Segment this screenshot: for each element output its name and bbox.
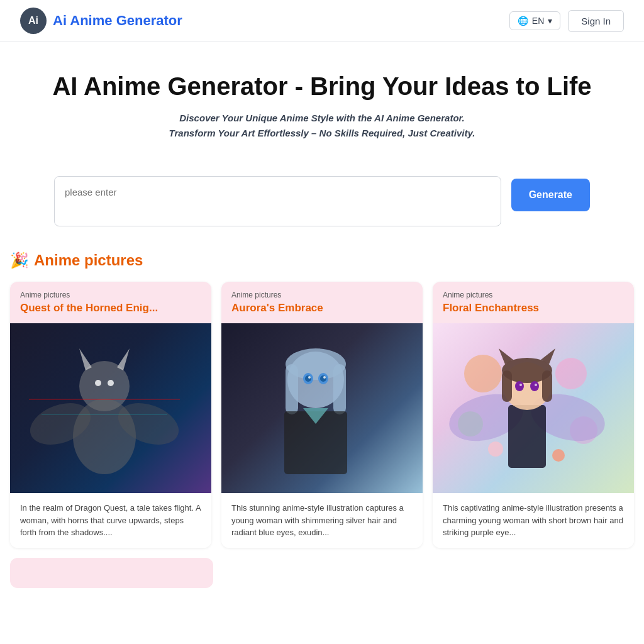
svg-rect-12 [286, 364, 298, 414]
card-3-illustration [433, 323, 621, 493]
card-3-description: This captivating anime-style illustratio… [433, 493, 634, 548]
card-1-header: Anime pictures Quest of the Horned Enig.… [10, 282, 211, 323]
hero-tagline-2: Transform Your Art Effortlessly – No Ski… [169, 128, 475, 138]
card-3-image [433, 323, 634, 493]
lang-label: EN [532, 16, 544, 26]
svg-point-35 [515, 381, 524, 391]
svg-point-38 [535, 384, 537, 386]
card-2-category: Anime pictures [231, 291, 413, 299]
card-1-image [10, 323, 211, 493]
svg-point-36 [530, 381, 539, 391]
card-1-description: In the realm of Dragon Quest, a tale tak… [10, 493, 211, 548]
chevron-down-icon: ▾ [548, 16, 552, 26]
svg-point-23 [555, 358, 587, 389]
header-title: Ai Anime Generator [53, 13, 182, 29]
card-1-illustration [10, 323, 199, 493]
svg-point-17 [320, 375, 326, 382]
svg-point-40 [552, 449, 565, 462]
card-2-description: This stunning anime-style illustration c… [221, 493, 423, 548]
card-1-title: Quest of the Horned Enig... [20, 302, 201, 314]
svg-point-37 [519, 384, 522, 386]
card-3-title: Floral Enchantress [443, 302, 624, 314]
card-2-header: Anime pictures Aurora's Embrace [221, 282, 423, 323]
card-2-image [221, 323, 423, 493]
hero-section: AI Anime Generator - Bring Your Ideas to… [0, 42, 644, 161]
svg-rect-13 [333, 364, 346, 414]
svg-point-7 [108, 380, 114, 386]
gallery-grid: Anime pictures Quest of the Horned Enig.… [10, 282, 634, 548]
card-1-category: Anime pictures [20, 291, 201, 299]
language-selector[interactable]: 🌐 EN ▾ [509, 11, 560, 30]
header: Ai Ai Anime Generator 🌐 EN ▾ Sign In [0, 0, 644, 42]
svg-point-6 [95, 380, 101, 386]
section-title-text: Anime pictures [34, 252, 143, 269]
hero-tagline-1: Discover Your Unique Anime Style with th… [179, 113, 464, 123]
anime-pictures-section: 🎉 Anime pictures Anime pictures Quest of… [0, 252, 644, 603]
svg-rect-28 [508, 405, 546, 468]
prompt-area: Generate [39, 176, 605, 226]
hero-heading: AI Anime Generator - Bring Your Ideas to… [15, 72, 629, 101]
generate-button[interactable]: Generate [511, 179, 590, 211]
svg-rect-31 [502, 370, 512, 402]
svg-rect-32 [542, 370, 552, 402]
header-logo-area: Ai Ai Anime Generator [20, 8, 182, 34]
svg-point-39 [488, 441, 503, 457]
gallery-card-3[interactable]: Anime pictures Floral Enchantress [433, 282, 634, 548]
svg-marker-3 [117, 348, 130, 370]
svg-rect-8 [29, 399, 180, 400]
gallery-card-2[interactable]: Anime pictures Aurora's Embrace [221, 282, 423, 548]
card-2-title: Aurora's Embrace [231, 302, 413, 314]
sign-in-button[interactable]: Sign In [568, 10, 624, 32]
card-3-category: Anime pictures [443, 291, 624, 299]
card-3-header: Anime pictures Floral Enchantress [433, 282, 634, 323]
svg-point-18 [308, 376, 311, 379]
globe-icon: 🌐 [518, 16, 528, 26]
logo-icon: Ai [20, 8, 47, 34]
prompt-input[interactable] [54, 176, 501, 226]
svg-rect-9 [42, 414, 167, 415]
gallery-card-1[interactable]: Anime pictures Quest of the Horned Enig.… [10, 282, 211, 548]
svg-point-16 [305, 375, 311, 382]
svg-point-19 [323, 376, 326, 379]
partial-card [10, 558, 213, 588]
header-actions: 🌐 EN ▾ Sign In [509, 10, 624, 32]
card-2-illustration [221, 323, 410, 493]
section-icon: 🎉 [10, 252, 29, 269]
svg-marker-2 [79, 348, 92, 370]
section-heading: 🎉 Anime pictures [10, 252, 634, 269]
partial-row [10, 558, 634, 603]
svg-point-22 [464, 355, 502, 392]
